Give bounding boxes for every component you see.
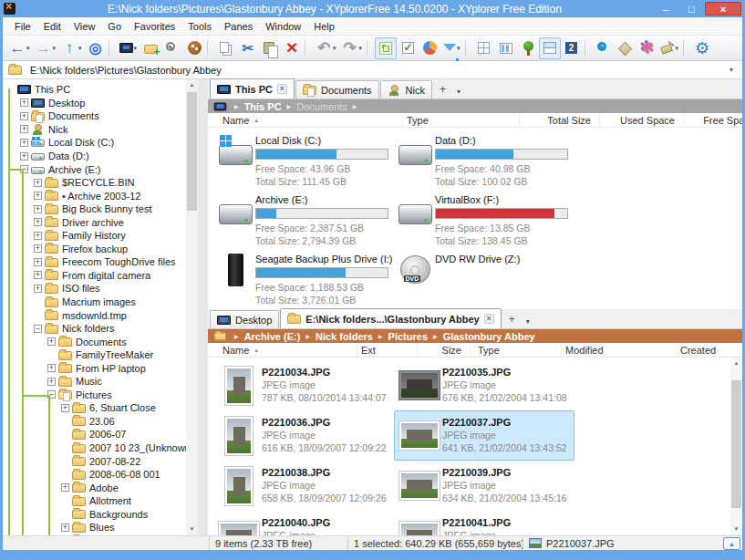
tree-item[interactable]: + Freecom ToughDrive files bbox=[3, 255, 186, 269]
flat-view-button[interactable] bbox=[615, 37, 636, 59]
tree-item[interactable]: Allotment bbox=[3, 494, 186, 508]
menu-item[interactable]: Favorites bbox=[128, 19, 181, 34]
menu-item[interactable]: Window bbox=[259, 19, 307, 34]
expander-icon[interactable]: + bbox=[34, 244, 42, 253]
menu-item[interactable]: Go bbox=[101, 19, 128, 34]
tree-item[interactable]: + From digital camera bbox=[3, 269, 186, 283]
expander-icon[interactable] bbox=[61, 510, 69, 518]
tab-close-icon[interactable]: × bbox=[277, 84, 287, 94]
tree-item[interactable]: + Adobe bbox=[3, 481, 186, 494]
tree-item[interactable]: Macrium images bbox=[3, 296, 186, 309]
paste-button[interactable] bbox=[259, 37, 281, 59]
expander-icon[interactable] bbox=[61, 417, 69, 425]
expander-icon[interactable]: + bbox=[34, 285, 42, 293]
thumbnails-view-button[interactable] bbox=[495, 37, 517, 59]
mirror-button[interactable] bbox=[183, 37, 205, 59]
tree-item[interactable]: Backgrounds bbox=[3, 508, 186, 522]
tab[interactable]: Nick bbox=[380, 80, 432, 99]
dropdown-caret-icon[interactable]: ▾ bbox=[53, 45, 57, 52]
P2210037.JPG[interactable]: P2210037.JPG JPEG image 641 KB, 21/02/20… bbox=[394, 410, 574, 461]
column-header[interactable]: Type bbox=[471, 343, 562, 358]
show-tree-button[interactable] bbox=[517, 37, 539, 59]
tree-item[interactable]: 23.06 bbox=[3, 415, 186, 429]
expander-icon[interactable] bbox=[61, 471, 69, 479]
column-header[interactable]: Size bbox=[418, 343, 471, 358]
column-header[interactable]: Total Size bbox=[520, 113, 600, 128]
Archive (E:)[interactable]: Archive (E:) Free Space: 2,387.51 GB Tot… bbox=[215, 192, 395, 252]
expander-icon[interactable]: + bbox=[34, 258, 42, 266]
menu-item[interactable]: View bbox=[67, 19, 102, 34]
expander-icon[interactable]: + bbox=[20, 125, 28, 133]
scroll-up-icon[interactable]: ▲ bbox=[730, 358, 742, 369]
P2210039.JPG[interactable]: P2210039.JPG JPEG image 634 KB, 21/02/20… bbox=[394, 461, 574, 511]
tree-item[interactable]: + ISO files bbox=[3, 282, 186, 296]
column-header[interactable]: Used Space bbox=[600, 113, 684, 128]
tab[interactable]: E:\Nick folders...\Glastonbury Abbey × bbox=[280, 308, 501, 328]
address-bar[interactable]: E:\Nick folders\Pictures\Glastonbury Abb… bbox=[3, 61, 742, 79]
Seagate Backup Plus Drive (I:)[interactable]: Seagate Backup Plus Drive (I:) Free Spac… bbox=[215, 252, 395, 309]
visual-filter-button[interactable]: ▾ bbox=[440, 37, 463, 59]
tree-item[interactable]: 2006-07 bbox=[3, 428, 186, 441]
column-header[interactable]: Type bbox=[403, 113, 520, 128]
tree-item[interactable]: FamilyTreeMaker bbox=[3, 348, 186, 362]
menu-item[interactable]: Tools bbox=[181, 19, 218, 34]
tree-item[interactable]: + Documents bbox=[3, 109, 186, 123]
column-header[interactable]: Free Space bbox=[684, 113, 742, 128]
this-pc-button[interactable]: ▾ bbox=[117, 37, 140, 59]
Data (D:)[interactable]: Data (D:) Free Space: 40.98 GB Total Siz… bbox=[395, 133, 574, 192]
configuration-button[interactable] bbox=[691, 37, 713, 59]
color-filter-button[interactable] bbox=[636, 37, 658, 59]
live-filter-button[interactable] bbox=[593, 37, 615, 59]
tab[interactable]: Documents bbox=[295, 80, 379, 99]
menu-item[interactable]: Panes bbox=[218, 19, 259, 34]
dropdown-caret-icon[interactable]: ▾ bbox=[333, 45, 336, 52]
expander-icon[interactable] bbox=[34, 298, 42, 306]
column-header[interactable]: Ext bbox=[357, 343, 418, 358]
delete-button[interactable] bbox=[281, 37, 303, 59]
expander-icon[interactable]: + bbox=[34, 192, 42, 200]
tab[interactable]: This PC × bbox=[210, 78, 295, 99]
close-button[interactable]: × bbox=[705, 2, 741, 16]
column-header[interactable]: Name▲ bbox=[208, 343, 357, 358]
tree-item[interactable]: 2007-08-22 bbox=[3, 454, 186, 468]
scroll-down-icon[interactable]: ▼ bbox=[730, 524, 742, 535]
column-header[interactable]: Name▲ bbox=[208, 113, 403, 128]
expander-icon[interactable] bbox=[34, 311, 42, 319]
redo-button[interactable]: ▾ bbox=[339, 37, 366, 59]
tree-item[interactable]: + From HP laptop bbox=[3, 361, 186, 375]
tree-item[interactable]: + Data (D:) bbox=[3, 150, 186, 163]
tab-close-icon[interactable]: × bbox=[484, 314, 494, 324]
address-path[interactable]: E:\Nick folders\Pictures\Glastonbury Abb… bbox=[30, 65, 726, 76]
maximize-button[interactable]: □ bbox=[679, 2, 703, 16]
tree-scrollbar[interactable]: ▲ ▼ bbox=[186, 79, 198, 535]
new-tab-button[interactable]: + bbox=[433, 83, 450, 99]
tree-item[interactable]: 2008-06-08 001 bbox=[3, 468, 186, 482]
tree-item[interactable]: + Nick bbox=[3, 123, 186, 137]
tree-item[interactable]: + Local Disk (C:) bbox=[3, 136, 186, 150]
expander-icon[interactable]: + bbox=[34, 271, 42, 279]
new-tab-button[interactable]: + bbox=[502, 313, 520, 328]
breadcrumb-segment[interactable]: ▶ Pictures bbox=[373, 331, 428, 342]
tree-item[interactable]: + Documents bbox=[3, 335, 186, 348]
hotlist-button[interactable] bbox=[85, 37, 107, 59]
P2210036.JPG[interactable]: P2210036.JPG JPEG image 616 KB, 18/09/20… bbox=[213, 410, 394, 461]
tiles-view-button[interactable] bbox=[473, 37, 495, 59]
address-dropdown-icon[interactable]: ▾ bbox=[726, 66, 737, 74]
copy-button[interactable] bbox=[215, 37, 237, 59]
minimize-button[interactable]: – bbox=[654, 2, 678, 16]
expander-icon[interactable] bbox=[47, 351, 56, 359]
dropdown-caret-icon[interactable]: ▾ bbox=[26, 45, 30, 52]
expander-icon[interactable]: + bbox=[61, 404, 69, 412]
P2210038.JPG[interactable]: P2210038.JPG JPEG image 658 KB, 18/09/20… bbox=[213, 461, 394, 511]
expander-icon[interactable]: + bbox=[47, 378, 56, 386]
expander-icon[interactable]: + bbox=[61, 483, 69, 492]
DVD RW Drive (Z:)[interactable]: DVD RW Drive (Z:) bbox=[395, 252, 574, 309]
breadcrumb-segment[interactable]: ▶ Glastonbury Abbey bbox=[428, 331, 535, 342]
scrollbar-thumb[interactable] bbox=[731, 380, 741, 508]
up-button[interactable]: ▾ bbox=[58, 37, 85, 59]
cut-button[interactable] bbox=[237, 37, 259, 59]
dropdown-caret-icon[interactable]: ▾ bbox=[457, 45, 460, 52]
scroll-down-icon[interactable]: ▼ bbox=[186, 524, 198, 535]
VirtualBox (F:)[interactable]: VirtualBox (F:) Free Space: 13.85 GB Tot… bbox=[395, 192, 574, 252]
expander-icon[interactable]: + bbox=[61, 524, 69, 532]
